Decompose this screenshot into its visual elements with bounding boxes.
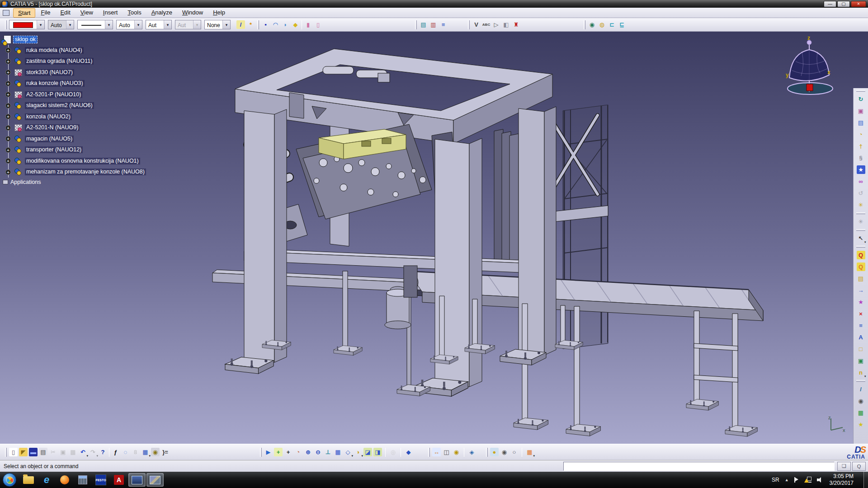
normal-view-icon[interactable]: ⊥ [324, 448, 332, 456]
pocket-box-icon[interactable]: ▯ [314, 20, 322, 29]
layer-filter-combo[interactable]: None▾ [204, 20, 231, 29]
flag-note-icon[interactable]: ▷ [492, 20, 500, 29]
tree-item-label[interactable]: slagacki sistem2 (NAUO6) [25, 102, 94, 109]
tree-root-node[interactable]: sklop ok [4, 35, 146, 44]
open-icon[interactable]: ◤ [19, 448, 28, 456]
tree-item[interactable]: +A2-5201-P (NAUO10) [9, 89, 146, 100]
view-plane-icon[interactable]: ◧ [502, 20, 510, 29]
graphic-color-combo[interactable]: ▾ [9, 20, 45, 29]
pan-icon[interactable]: + [284, 448, 292, 456]
explorer-taskbar-icon[interactable] [20, 473, 37, 487]
apply-material-icon[interactable]: ● [490, 448, 499, 456]
tree-collapse-icon[interactable]: ⊑ [618, 20, 626, 29]
render-shot-icon[interactable]: ◉ [500, 448, 509, 456]
comment-icon[interactable]: ◌ [121, 448, 130, 456]
tree-item[interactable]: +A2-5201-N (NAUO9) [9, 122, 146, 134]
tree-item-label[interactable]: magacin (NAUO5) [25, 136, 74, 142]
catalog-browser-icon[interactable]: ◈ [467, 448, 476, 456]
tree-item-label[interactable]: ruka modela (NAUO4) [25, 47, 84, 54]
measure-between-icon[interactable]: ↔ [432, 448, 441, 456]
tree-expander-icon[interactable]: + [5, 92, 11, 97]
tree-expander-icon[interactable]: + [5, 136, 11, 141]
tree-item-label[interactable]: zastitna ograda (NAUO11) [25, 58, 94, 65]
toolbar-drag-handle[interactable] [856, 90, 865, 92]
open-window-2-taskbar-button[interactable] [146, 473, 164, 487]
tree-item[interactable]: +konzola (NAUO2) [9, 111, 146, 122]
fit-all-in-icon[interactable]: + [274, 448, 283, 456]
zoom-out-icon[interactable]: ⊖ [314, 448, 322, 456]
new-product-icon[interactable]: ▥ [429, 20, 438, 29]
curve-icon[interactable]: ◠ [271, 20, 280, 29]
painter-icon[interactable]: / [236, 20, 245, 29]
festo-taskbar-icon[interactable]: FESTO [92, 473, 109, 487]
tree-expander-icon[interactable]: + [5, 114, 11, 119]
tray-expand-icon[interactable]: ▲ [785, 478, 789, 482]
menu-window[interactable]: Window [178, 8, 208, 18]
tree-item[interactable]: +magacin (NAUO5) [9, 133, 146, 145]
paste-component-icon[interactable]: ▤ [857, 118, 865, 127]
tree-item[interactable]: +ruka konzole (NAUO3) [9, 78, 146, 89]
smart-move-icon[interactable]: ★ [857, 165, 865, 174]
picture-wrench-icon[interactable]: ▣ [857, 357, 865, 365]
volume-icon[interactable] [817, 477, 824, 483]
show-desktop-button[interactable] [863, 472, 868, 488]
point-style-combo-arrow[interactable]: ▾ [164, 20, 171, 29]
toolbar-drag-handle[interactable] [415, 20, 417, 29]
toolbar-drag-handle[interactable] [486, 448, 488, 457]
measure-pen-icon[interactable]: / [857, 385, 865, 394]
menu-analyze[interactable]: Analyze [147, 8, 177, 18]
view-compass[interactable]: z y x [782, 34, 835, 99]
tree-item-label[interactable]: ruka konzole (NAUO3) [25, 80, 85, 87]
generate-numbering-icon[interactable]: n▾ [857, 368, 865, 377]
menu-view[interactable]: View [76, 8, 98, 18]
lock-icon[interactable]: ◉ [151, 448, 160, 456]
graphic-color-combo-arrow[interactable]: ▾ [37, 20, 44, 29]
tree-item[interactable]: +modifikovana osnovna konstrukcija (NAUO… [9, 155, 146, 167]
power-input-field[interactable] [563, 462, 835, 471]
render-spheres-icon[interactable]: ○ [510, 448, 519, 456]
tree-item[interactable]: +mehanizam za premotavanje konzole (NAUO… [9, 167, 146, 178]
close-button[interactable]: × [851, 1, 866, 7]
tree-item-label[interactable]: transporter (NAUO12) [25, 146, 83, 153]
internet-explorer-taskbar-icon[interactable]: e [38, 473, 55, 487]
constraint-chain-icon[interactable]: ∞ [857, 177, 865, 186]
minimize-button[interactable]: — [824, 1, 836, 7]
tree-item-label[interactable]: konzola (NAUO2) [25, 113, 72, 120]
swap-visible-space-icon[interactable]: ◨ [373, 448, 382, 456]
menu-start[interactable]: Start [13, 8, 35, 18]
network-warning-icon[interactable] [805, 477, 811, 483]
delete-boxes-icon[interactable]: × [857, 310, 865, 318]
tree-item[interactable]: +slagacki sistem2 (NAUO6) [9, 100, 146, 112]
frame-a-icon[interactable]: A [857, 333, 865, 342]
open-window-1-taskbar-button[interactable] [128, 473, 146, 487]
point-icon[interactable]: ▪ [261, 20, 270, 29]
constraints-gear-icon[interactable]: ✳ [857, 201, 865, 209]
action-center-flag-icon[interactable] [794, 477, 800, 483]
fly-mode-icon[interactable]: ▶ [264, 448, 273, 456]
tree-expander-icon[interactable]: + [5, 47, 11, 53]
weld-feature-icon[interactable]: V [472, 20, 481, 29]
tree-item[interactable]: +stork330 (NAUO7) [9, 67, 146, 78]
3d-viewport[interactable]: sklop ok +ruka modela (NAUO4)+zastitna o… [0, 32, 868, 444]
menu-insert[interactable]: Insert [99, 8, 123, 18]
folder-doc-icon[interactable]: □ [857, 345, 865, 353]
toolbar-drag-handle[interactable] [260, 448, 262, 457]
eraser-blue-icon[interactable]: ◆ [404, 448, 413, 456]
measure-item-icon[interactable]: ◫ [442, 448, 451, 456]
tree-item[interactable]: +zastitna ograda (NAUO11) [9, 56, 146, 67]
maximize-button[interactable]: ▢ [837, 1, 850, 7]
save-icon[interactable]: ▬ [29, 448, 38, 456]
menu-edit[interactable]: Edit [56, 8, 75, 18]
reuse-pattern-icon[interactable]: ↺ [857, 189, 865, 197]
document-window-icon[interactable] [3, 10, 9, 16]
menu-tools[interactable]: Tools [123, 8, 146, 18]
design-table-icon[interactable]: ▦▾ [141, 448, 150, 456]
graph-list-icon[interactable]: ≡ [439, 20, 448, 29]
rotate-icon[interactable]: ◔ [294, 448, 302, 456]
structure-grid-icon[interactable]: ▦▾ [525, 448, 534, 456]
manipulate-icon[interactable]: ↖▾ [857, 234, 865, 243]
line-weight-combo[interactable]: Auto▾ [116, 20, 142, 29]
undo-icon[interactable]: ↶▾ [79, 448, 87, 456]
print-icon[interactable]: ▤ [39, 448, 47, 456]
tree-item[interactable]: +ruka modela (NAUO4) [9, 45, 146, 56]
